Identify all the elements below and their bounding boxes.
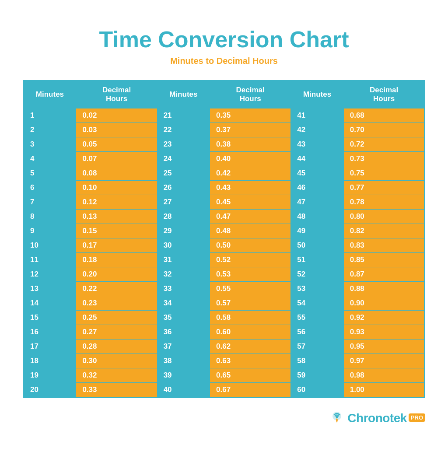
logo-pro-badge: PRO (409, 413, 425, 422)
cell-row17-col4: 0.62 (210, 340, 291, 354)
conversion-table: Minutes DecimalHours Minutes DecimalHour… (23, 80, 425, 398)
table-row: 10.02210.35410.68 (24, 108, 425, 123)
cell-row10-col3: 30 (157, 238, 210, 253)
cell-row4-col4: 0.40 (210, 152, 291, 166)
cell-row13-col1: 13 (24, 282, 76, 296)
table-row: 60.10260.43460.77 (24, 181, 425, 195)
svg-point-1 (336, 416, 338, 418)
cell-row20-col1: 20 (24, 383, 76, 398)
cell-row3-col3: 23 (157, 137, 210, 152)
cell-row12-col3: 32 (157, 267, 210, 282)
cell-row8-col3: 28 (157, 210, 210, 224)
cell-row16-col5: 56 (291, 325, 343, 340)
cell-row9-col2: 0.15 (76, 224, 157, 238)
cell-row6-col1: 6 (24, 181, 76, 195)
cell-row2-col5: 42 (291, 123, 343, 137)
cell-row1-col6: 0.68 (343, 108, 424, 123)
cell-row1-col3: 21 (157, 108, 210, 123)
cell-row18-col6: 0.97 (343, 354, 424, 368)
cell-row16-col4: 0.60 (210, 325, 291, 340)
cell-row17-col2: 0.28 (76, 340, 157, 354)
cell-row7-col4: 0.45 (210, 195, 291, 210)
cell-row15-col2: 0.25 (76, 311, 157, 325)
cell-row18-col2: 0.30 (76, 354, 157, 368)
cell-row3-col5: 43 (291, 137, 343, 152)
cell-row11-col2: 0.18 (76, 253, 157, 267)
cell-row6-col6: 0.77 (343, 181, 424, 195)
table-row: 120.20320.53520.87 (24, 267, 425, 282)
cell-row14-col2: 0.23 (76, 296, 157, 311)
cell-row18-col5: 58 (291, 354, 343, 368)
table-row: 150.25350.58550.92 (24, 311, 425, 325)
table-row: 110.18310.52510.85 (24, 253, 425, 267)
cell-row15-col3: 35 (157, 311, 210, 325)
cell-row15-col1: 15 (24, 311, 76, 325)
cell-row3-col1: 3 (24, 137, 76, 152)
cell-row10-col6: 0.83 (343, 238, 424, 253)
cell-row7-col6: 0.78 (343, 195, 424, 210)
cell-row13-col4: 0.55 (210, 282, 291, 296)
cell-row4-col5: 44 (291, 152, 343, 166)
cell-row4-col2: 0.07 (76, 152, 157, 166)
cell-row11-col5: 51 (291, 253, 343, 267)
cell-row17-col3: 37 (157, 340, 210, 354)
cell-row4-col1: 4 (24, 152, 76, 166)
cell-row10-col5: 50 (291, 238, 343, 253)
table-row: 70.12270.45470.78 (24, 195, 425, 210)
cell-row9-col4: 0.48 (210, 224, 291, 238)
table-row: 160.27360.60560.93 (24, 325, 425, 340)
cell-row19-col3: 39 (157, 368, 210, 383)
cell-row5-col1: 5 (24, 166, 76, 181)
cell-row3-col2: 0.05 (76, 137, 157, 152)
table-header: Minutes DecimalHours Minutes DecimalHour… (24, 81, 425, 108)
page-title: Time Conversion Chart (99, 26, 349, 52)
cell-row3-col6: 0.72 (343, 137, 424, 152)
cell-row10-col1: 10 (24, 238, 76, 253)
cell-row13-col2: 0.22 (76, 282, 157, 296)
table-row: 50.08250.42450.75 (24, 166, 425, 181)
cell-row15-col4: 0.58 (210, 311, 291, 325)
cell-row5-col2: 0.08 (76, 166, 157, 181)
cell-row17-col1: 17 (24, 340, 76, 354)
cell-row11-col1: 11 (24, 253, 76, 267)
cell-row11-col6: 0.85 (343, 253, 424, 267)
logo-text: Chronotek (347, 411, 407, 425)
cell-row5-col4: 0.42 (210, 166, 291, 181)
table-row: 180.30380.63580.97 (24, 354, 425, 368)
col-header-decimal-2: DecimalHours (210, 81, 291, 108)
cell-row11-col3: 31 (157, 253, 210, 267)
cell-row19-col4: 0.65 (210, 368, 291, 383)
cell-row12-col2: 0.20 (76, 267, 157, 282)
conversion-table-wrapper: Minutes DecimalHours Minutes DecimalHour… (23, 80, 425, 398)
cell-row1-col1: 1 (24, 108, 76, 123)
col-header-minutes-2: Minutes (157, 81, 210, 108)
cell-row4-col3: 24 (157, 152, 210, 166)
cell-row5-col3: 25 (157, 166, 210, 181)
cell-row14-col1: 14 (24, 296, 76, 311)
header-row: Minutes DecimalHours Minutes DecimalHour… (24, 81, 425, 108)
cell-row18-col3: 38 (157, 354, 210, 368)
table-row: 90.15290.48490.82 (24, 224, 425, 238)
cell-row19-col1: 19 (24, 368, 76, 383)
cell-row18-col4: 0.63 (210, 354, 291, 368)
cell-row20-col6: 1.00 (343, 383, 424, 398)
cell-row11-col4: 0.52 (210, 253, 291, 267)
cell-row14-col3: 34 (157, 296, 210, 311)
cell-row4-col6: 0.73 (343, 152, 424, 166)
cell-row7-col3: 27 (157, 195, 210, 210)
cell-row1-col2: 0.02 (76, 108, 157, 123)
cell-row9-col1: 9 (24, 224, 76, 238)
table-row: 190.32390.65590.98 (24, 368, 425, 383)
cell-row13-col5: 53 (291, 282, 343, 296)
cell-row13-col6: 0.88 (343, 282, 424, 296)
cell-row12-col1: 12 (24, 267, 76, 282)
table-row: 100.17300.50500.83 (24, 238, 425, 253)
table-row: 200.33400.67601.00 (24, 383, 425, 398)
cell-row8-col1: 8 (24, 210, 76, 224)
cell-row16-col3: 36 (157, 325, 210, 340)
cell-row8-col2: 0.13 (76, 210, 157, 224)
cell-row19-col5: 59 (291, 368, 343, 383)
page-subtitle: Minutes to Decimal Hours (170, 56, 278, 66)
cell-row16-col2: 0.27 (76, 325, 157, 340)
cell-row8-col5: 48 (291, 210, 343, 224)
